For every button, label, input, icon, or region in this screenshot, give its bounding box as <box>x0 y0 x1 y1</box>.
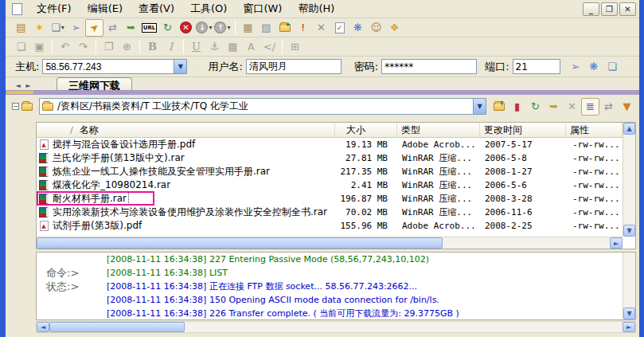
new-session-icon[interactable]: ❏ <box>603 58 622 76</box>
host-input[interactable] <box>43 61 174 72</box>
undo-icon[interactable]: ↶ <box>56 38 74 56</box>
menu-item-edit[interactable]: 编辑(E) <box>80 1 131 16</box>
delete-icon[interactable]: ✕ <box>312 19 330 37</box>
verify-icon[interactable]: ✓ <box>330 19 349 37</box>
log-vertical-scrollbar[interactable]: ▼ <box>623 253 635 319</box>
refresh-icon[interactable]: ↻ <box>158 19 177 37</box>
transfer-mode-icon[interactable]: ▼ <box>618 98 636 116</box>
list-vertical-scrollbar[interactable]: ▲ ▼ <box>623 123 635 237</box>
username-input[interactable] <box>246 59 342 74</box>
site-manager-icon[interactable]: ▤ <box>12 19 30 37</box>
site-manager-glyph: ▤ <box>16 22 25 33</box>
italic-icon[interactable]: I <box>162 38 180 56</box>
new-session-glyph: ❏ <box>607 61 617 72</box>
file-row[interactable]: ▲搅拌与混合设备设计选用手册.pdf19.13 MBAdobe Acrob...… <box>37 138 623 151</box>
anchor-icon[interactable]: ⚓ <box>205 38 224 56</box>
queue-icon[interactable]: ▦ <box>239 19 257 37</box>
scroll-right-icon[interactable]: ► <box>610 237 623 249</box>
menu-item-help[interactable]: 帮助(H) <box>290 1 342 16</box>
new-folder-icon[interactable]: ✦ <box>275 19 294 37</box>
log-label: 状态:> <box>37 280 107 294</box>
globe-icon[interactable]: ⊕ <box>118 38 136 56</box>
view-list-icon[interactable]: ≣ <box>581 98 599 116</box>
upload-icon[interactable]: ↑▾ <box>213 19 232 37</box>
scroll-left-icon[interactable]: ◄ <box>37 322 49 332</box>
connection-settings-icon[interactable]: ❋ <box>585 58 603 76</box>
bookmarks-icon[interactable]: ▮ <box>508 98 526 116</box>
column-header-size[interactable]: 大小 <box>335 123 397 137</box>
collapse-minus-icon[interactable]: − <box>12 103 19 110</box>
scrollbar-thumb[interactable] <box>37 237 443 249</box>
tab-site[interactable]: 三维网下载 <box>57 77 132 90</box>
file-row[interactable]: 实用涂装新技术与涂装设备使用维护及涂装作业安全控制全书.rar70.02 MBW… <box>37 206 623 219</box>
scroll-right-icon[interactable]: ► <box>623 322 635 332</box>
select-pointer-icon[interactable]: ➤ <box>85 19 103 37</box>
close-button[interactable]: ✕ <box>619 2 636 16</box>
toolbar-separator <box>183 40 184 54</box>
new-page-icon[interactable]: ❏ <box>12 38 30 56</box>
minimize-button[interactable]: _ <box>583 2 599 16</box>
tree-collapse-button[interactable]: − <box>9 98 36 116</box>
refresh-list-icon[interactable]: ↻ <box>526 98 544 116</box>
remote-path[interactable]: /资料区/书籍类资料/T 工业技术/TQ 化学工业 <box>53 100 473 113</box>
html-code-icon[interactable]: </ <box>260 38 279 56</box>
menu-item-file[interactable]: 文件(F) <box>29 1 80 16</box>
url-icon[interactable]: URL <box>140 19 158 37</box>
column-header-mtime[interactable]: 更改时间 <box>480 123 566 137</box>
up-directory-icon[interactable]: ↑ <box>490 98 508 116</box>
tab-scroll-left-icon[interactable]: ◄ <box>14 80 22 90</box>
list-horizontal-scrollbar[interactable]: ► <box>37 237 623 249</box>
chevron-down-icon[interactable]: ▼ <box>473 99 486 114</box>
file-row[interactable]: 煤液化化学_10980214.rar2.41 MBWinRAR 压缩...200… <box>37 178 623 192</box>
download-icon[interactable]: ↓▾ <box>195 19 213 37</box>
save-icon[interactable]: ▣ <box>30 38 49 56</box>
support-icon[interactable]: ☺ <box>367 19 385 37</box>
scroll-down-icon[interactable]: ▼ <box>623 308 635 319</box>
host-combobox[interactable]: ▼ <box>42 59 187 74</box>
scroll-up-icon[interactable]: ▲ <box>623 123 635 135</box>
compare-icon[interactable]: ⇄ <box>599 98 618 116</box>
browse-icon[interactable]: ❐ <box>100 38 118 56</box>
menu-item-view[interactable]: 查看(V) <box>131 1 182 16</box>
quick-connect-icon[interactable]: ➢ <box>67 19 85 37</box>
file-row[interactable]: 炼焦企业一线工人操作技能及安全管理实用手册.rar217.35 MBWinRAR… <box>37 165 623 178</box>
dropdown-arrow-icon[interactable]: ▾ <box>61 24 64 31</box>
connect-plug-icon[interactable]: ➢ <box>567 58 585 76</box>
password-input[interactable] <box>381 59 477 74</box>
log-icon[interactable]: ▨ <box>257 19 275 37</box>
path-combobox[interactable]: /资料区/书籍类资料/T 工业技术/TQ 化学工业 ▼ <box>39 98 486 115</box>
restore-button[interactable]: ❐ <box>601 2 618 16</box>
tab-scroll-right-icon[interactable]: ► <box>24 80 33 90</box>
font-icon[interactable]: A <box>242 38 260 56</box>
table-icon[interactable]: ⊞ <box>286 38 304 56</box>
settings-icon[interactable]: ❋ <box>349 19 367 37</box>
bold-icon[interactable]: B <box>143 38 162 56</box>
go-folder-icon[interactable]: ➥ <box>544 98 563 116</box>
underline-icon[interactable]: U <box>187 38 205 56</box>
file-row[interactable]: 兰氏化学手册(第13版中文).rar27.81 MBWinRAR 压缩...20… <box>37 151 623 165</box>
stop-icon[interactable]: ✕ <box>177 19 195 37</box>
log-horizontal-scrollbar[interactable]: ◄ ► <box>36 321 636 333</box>
redial-icon[interactable]: ➥ <box>122 19 140 37</box>
column-header-type[interactable]: 类型 <box>397 123 480 137</box>
cancel-icon[interactable]: ✕ <box>563 98 581 116</box>
dropdown-arrow-icon[interactable]: ▾ <box>227 24 230 31</box>
scrollbar-thumb[interactable] <box>49 322 185 332</box>
skin-icon[interactable]: ❖ <box>385 19 404 37</box>
connection-wizard-icon[interactable]: ✶ <box>30 19 49 37</box>
new-item-icon[interactable]: ❏▾ <box>49 19 67 37</box>
image-icon[interactable]: ▦ <box>224 38 242 56</box>
menu-item-tools[interactable]: 工具(O) <box>182 1 235 16</box>
chevron-down-icon[interactable]: ▼ <box>174 60 186 73</box>
menu-item-window[interactable]: 窗口(W) <box>235 1 290 16</box>
disconnect-icon[interactable]: ⇄ <box>103 19 122 37</box>
file-row[interactable]: ▲试剂手册(第3版).pdf155.96 MBAdobe Acrob...200… <box>37 219 623 233</box>
redo-icon[interactable]: ↷ <box>74 38 92 56</box>
column-header-name[interactable]: ∕ 名称 <box>37 123 335 137</box>
port-input[interactable] <box>513 59 560 74</box>
dropdown-arrow-icon[interactable]: ▾ <box>209 24 212 31</box>
file-row[interactable]: 耐火材料手册.rar196.87 MBWinRAR 压缩...2008-3-28… <box>37 192 623 206</box>
scroll-down-icon[interactable]: ▼ <box>623 225 635 237</box>
column-header-attr[interactable]: 属性 <box>566 123 623 137</box>
alert-icon[interactable]: ! <box>294 19 312 37</box>
